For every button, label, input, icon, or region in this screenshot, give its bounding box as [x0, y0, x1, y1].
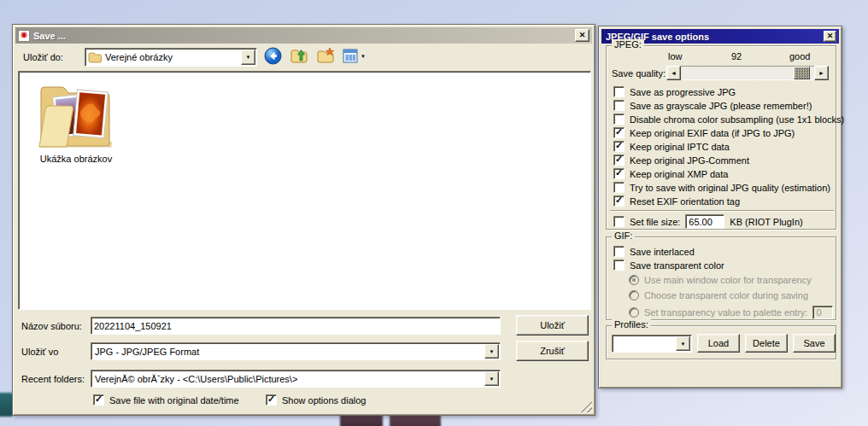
- checkbox-label: Save as progressive JPG: [630, 87, 736, 97]
- checkbox-icon[interactable]: ✓: [93, 394, 104, 406]
- cancel-button[interactable]: Zrušiť: [516, 341, 589, 361]
- view-grid-icon: [343, 49, 358, 63]
- checkbox-icon[interactable]: ✓: [613, 155, 625, 166]
- palette-entry-radio: Set transparency value to palette entry:: [629, 306, 833, 319]
- filename-input-wrap: [91, 317, 501, 335]
- choose-transparent-color-radio: Choose transparent color during saving: [629, 290, 808, 301]
- jpeg-group-label: JPEG:: [612, 39, 644, 50]
- keep-xmp-checkbox[interactable]: ✓ Keep original XMP data: [613, 168, 728, 179]
- up-one-level-icon[interactable]: [290, 47, 308, 65]
- palette-entry-input-wrap: [812, 306, 833, 319]
- profiles-group-label: Profiles:: [612, 319, 651, 330]
- profiles-save-button[interactable]: Save: [793, 334, 836, 353]
- show-options-dialog-label: Show options dialog: [282, 395, 366, 406]
- slider-right-arrow-icon[interactable]: ►: [814, 66, 829, 80]
- checkbox-icon[interactable]: ✓: [613, 100, 625, 111]
- keep-exif-checkbox[interactable]: ✓ Keep original EXIF data (if JPG to JPG…: [613, 127, 795, 138]
- format-combobox[interactable]: JPG - JPG/JPEG Format ▼: [91, 342, 501, 360]
- new-folder-icon[interactable]: [316, 47, 335, 65]
- options-panel-window: JPEG/GIF save options ✕ JPEG: low 92 goo…: [598, 26, 842, 388]
- reset-exif-orientation-checkbox[interactable]: ✓ Reset EXIF orientation tag: [613, 195, 740, 207]
- radio-label: Set transparency value to palette entry:: [644, 307, 807, 318]
- radio-label: Use main window color for transparency: [644, 275, 812, 285]
- jpeg-group: JPEG: low 92 good Save quality: ◄ ► ✓ Sa…: [606, 45, 836, 230]
- checkbox-icon[interactable]: ✓: [613, 195, 625, 207]
- checkbox-icon[interactable]: ✓: [613, 114, 625, 125]
- slider-left-arrow-icon[interactable]: ◄: [666, 66, 681, 80]
- folder-combobox-value: Verejné obrázky: [102, 52, 240, 62]
- close-icon[interactable]: ✕: [824, 31, 836, 42]
- checkbox-icon[interactable]: ✓: [613, 216, 625, 227]
- save-transparent-color-checkbox[interactable]: ✓ Save transparent color: [613, 260, 724, 271]
- show-options-dialog-checkbox[interactable]: ✓ Show options dialog: [266, 394, 366, 406]
- quality-slider[interactable]: ◄ ►: [666, 66, 829, 80]
- file-size-suffix: KB (RIOT PlugIn): [730, 217, 802, 227]
- checkbox-icon[interactable]: ✓: [613, 260, 625, 271]
- chevron-down-icon[interactable]: ▼: [676, 336, 690, 351]
- checkbox-icon[interactable]: ✓: [613, 168, 625, 179]
- file-list-area[interactable]: Ukážka obrázkov: [18, 71, 591, 310]
- checkbox-label: Keep original EXIF data (if JPG to JPG): [630, 128, 795, 138]
- set-file-size-checkbox[interactable]: ✓ Set file size: KB (RIOT PlugIn): [613, 214, 803, 229]
- checkbox-icon[interactable]: ✓: [613, 182, 625, 193]
- gif-group-label: GIF:: [612, 231, 635, 241]
- quality-slider-thumb[interactable]: [794, 67, 810, 79]
- save-dialog-window: ✷ Save ... ✕ Uložiť do: Verejné obrázky …: [12, 24, 595, 416]
- original-quality-checkbox[interactable]: ✓ Try to save with original JPG quality …: [613, 182, 830, 193]
- radio-icon: [629, 307, 639, 318]
- profiles-delete-button[interactable]: Delete: [745, 334, 788, 353]
- keep-jpg-comment-checkbox[interactable]: ✓ Keep original JPG-Comment: [613, 155, 749, 166]
- save-interlaced-checkbox[interactable]: ✓ Save interlaced: [613, 246, 695, 257]
- save-dialog-title: Save ...: [33, 31, 66, 41]
- close-icon[interactable]: ✕: [575, 29, 589, 42]
- chevron-down-icon[interactable]: ▼: [241, 50, 255, 65]
- format-combobox-value: JPG - JPG/JPEG Format: [91, 347, 484, 357]
- back-icon[interactable]: [264, 47, 282, 65]
- checkbox-icon[interactable]: ✓: [613, 246, 625, 257]
- palette-entry-input: [813, 306, 832, 318]
- chroma-subsampling-checkbox[interactable]: ✓ Disable chroma color subsampling (use …: [613, 114, 844, 125]
- quality-slider-track[interactable]: [681, 66, 814, 80]
- recent-folders-combobox[interactable]: VerejnĂ© obrĂˇzky - <C:\Users\Public\Pic…: [91, 370, 501, 388]
- save-as-type-label: Uložiť vo: [21, 347, 58, 357]
- filename-label: Názov súboru:: [21, 321, 82, 331]
- radio-icon: [629, 275, 639, 285]
- save-original-date-checkbox[interactable]: ✓ Save file with original date/time: [93, 394, 239, 406]
- checkbox-icon[interactable]: ✓: [613, 141, 625, 152]
- file-size-input-wrap: [685, 214, 724, 229]
- progressive-jpg-checkbox[interactable]: ✓ Save as progressive JPG: [613, 86, 736, 97]
- save-in-label: Uložiť do:: [23, 52, 63, 62]
- divider: [610, 210, 834, 212]
- radio-icon: [629, 290, 639, 301]
- quality-scale-low: low: [668, 51, 683, 61]
- save-button[interactable]: Uložiť: [516, 315, 589, 336]
- checkbox-icon[interactable]: ✓: [266, 394, 277, 406]
- checkbox-label: Keep original JPG-Comment: [630, 155, 749, 166]
- save-original-date-label: Save file with original date/time: [109, 395, 239, 406]
- grayscale-jpg-checkbox[interactable]: ✓ Save as grayscale JPG (please remember…: [613, 100, 812, 111]
- checkbox-label: Try to save with original JPG quality (e…: [630, 183, 830, 193]
- profiles-combobox[interactable]: ▼: [612, 335, 692, 353]
- picture-folder-label[interactable]: Ukážka obrázkov: [21, 154, 132, 164]
- folder-combobox[interactable]: Verejné obrázky ▼: [85, 48, 257, 67]
- checkbox-label: Disable chroma color subsampling (use 1x…: [630, 114, 844, 125]
- keep-iptc-checkbox[interactable]: ✓ Keep original IPTC data: [613, 141, 730, 152]
- resize-grip[interactable]: [581, 401, 592, 412]
- picture-folder-icon[interactable]: [34, 82, 116, 152]
- file-size-input[interactable]: [686, 215, 724, 228]
- profiles-group: Profiles: ▼ Load Delete Save: [606, 325, 836, 359]
- checkbox-label: Save transparent color: [630, 260, 724, 271]
- gif-group: GIF: ✓ Save interlaced ✓ Save transparen…: [606, 236, 836, 320]
- view-menu-icon[interactable]: ▼: [343, 49, 366, 63]
- save-dialog-titlebar[interactable]: ✷ Save ... ✕: [15, 27, 592, 44]
- filename-input[interactable]: [91, 318, 500, 334]
- profiles-load-button[interactable]: Load: [697, 334, 740, 353]
- chevron-down-icon[interactable]: ▼: [484, 344, 499, 359]
- desktop-background: ✷ Save ... ✕ Uložiť do: Verejné obrázky …: [0, 0, 868, 426]
- chevron-down-icon[interactable]: ▼: [484, 371, 499, 386]
- quality-value: 92: [731, 51, 742, 61]
- recent-folders-label: Recent folders:: [21, 374, 85, 384]
- checkbox-icon[interactable]: ✓: [613, 86, 625, 97]
- checkbox-icon[interactable]: ✓: [613, 127, 625, 138]
- save-quality-label: Save quality:: [612, 68, 666, 79]
